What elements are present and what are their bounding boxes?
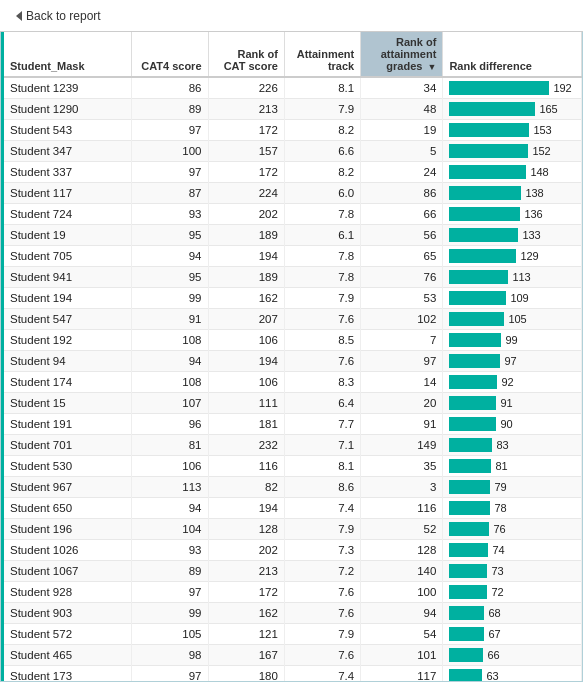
table-container: Student_Mask CAT4 score Rank of CAT scor… (0, 32, 583, 682)
cell-cat4: 95 (132, 267, 208, 288)
cell-student: Student 1290 (3, 99, 132, 120)
rank-diff-bar (449, 186, 521, 200)
rank-diff-value: 67 (488, 628, 500, 640)
data-table: Student_Mask CAT4 score Rank of CAT scor… (1, 32, 582, 682)
th-student[interactable]: Student_Mask (3, 32, 132, 77)
cell-rank-attain: 52 (361, 519, 443, 540)
rank-diff-value: 136 (524, 208, 542, 220)
cell-attain: 8.1 (284, 77, 360, 99)
cell-student: Student 547 (3, 309, 132, 330)
rank-diff-bar (449, 81, 549, 95)
cell-student: Student 191 (3, 414, 132, 435)
bar-cell: 68 (449, 606, 575, 620)
cell-rank-attain: 102 (361, 309, 443, 330)
rank-diff-value: 68 (488, 607, 500, 619)
rank-diff-value: 79 (494, 481, 506, 493)
cell-cat4: 89 (132, 561, 208, 582)
cell-student: Student 196 (3, 519, 132, 540)
cell-cat4: 94 (132, 351, 208, 372)
rank-diff-bar (449, 438, 492, 452)
table-row: Student 465981677.610166 (3, 645, 582, 666)
cell-cat4: 87 (132, 183, 208, 204)
cell-rank-cat: 226 (208, 77, 284, 99)
cell-rank-attain: 54 (361, 624, 443, 645)
cell-rank-attain: 14 (361, 372, 443, 393)
rank-diff-bar (449, 543, 488, 557)
cell-rank-diff: 133 (443, 225, 582, 246)
cell-attain: 7.3 (284, 540, 360, 561)
cell-student: Student 347 (3, 141, 132, 162)
rank-diff-bar (449, 102, 535, 116)
table-row: Student 5721051217.95467 (3, 624, 582, 645)
cell-rank-diff: 105 (443, 309, 582, 330)
rank-diff-value: 83 (496, 439, 508, 451)
cell-attain: 8.5 (284, 330, 360, 351)
cell-rank-diff: 74 (443, 540, 582, 561)
th-rank-diff[interactable]: Rank difference (443, 32, 582, 77)
cell-student: Student 337 (3, 162, 132, 183)
rank-diff-value: 63 (486, 670, 498, 682)
bar-cell: 113 (449, 270, 575, 284)
cell-rank-diff: 129 (443, 246, 582, 267)
cell-rank-attain: 24 (361, 162, 443, 183)
cell-rank-attain: 100 (361, 582, 443, 603)
cell-cat4: 108 (132, 330, 208, 351)
table-row: Student 928971727.610072 (3, 582, 582, 603)
bar-cell: 133 (449, 228, 575, 242)
cell-attain: 7.4 (284, 498, 360, 519)
th-rank-attain[interactable]: Rank of attainment grades ▼ (361, 32, 443, 77)
table-row: Student 547912077.6102105 (3, 309, 582, 330)
bar-cell: 165 (449, 102, 575, 116)
cell-attain: 8.6 (284, 477, 360, 498)
rank-diff-bar (449, 396, 496, 410)
rank-diff-bar (449, 333, 501, 347)
cell-student: Student 94 (3, 351, 132, 372)
cell-cat4: 99 (132, 603, 208, 624)
cell-rank-diff: 99 (443, 330, 582, 351)
rank-diff-bar (449, 144, 528, 158)
cell-student: Student 192 (3, 330, 132, 351)
cell-student: Student 174 (3, 372, 132, 393)
rank-diff-bar (449, 291, 506, 305)
cell-rank-diff: 79 (443, 477, 582, 498)
bar-cell: 92 (449, 375, 575, 389)
table-row: Student 1239862268.134192 (3, 77, 582, 99)
cell-cat4: 94 (132, 246, 208, 267)
cell-attain: 7.9 (284, 99, 360, 120)
cell-cat4: 96 (132, 414, 208, 435)
cell-student: Student 724 (3, 204, 132, 225)
cell-rank-diff: 138 (443, 183, 582, 204)
rank-diff-bar (449, 270, 508, 284)
rank-diff-value: 91 (500, 397, 512, 409)
cell-rank-attain: 35 (361, 456, 443, 477)
cell-rank-diff: 83 (443, 435, 582, 456)
cell-attain: 8.2 (284, 120, 360, 141)
cell-rank-diff: 81 (443, 456, 582, 477)
cell-cat4: 100 (132, 141, 208, 162)
cell-attain: 8.2 (284, 162, 360, 183)
bar-cell: 83 (449, 438, 575, 452)
bar-cell: 81 (449, 459, 575, 473)
th-cat4[interactable]: CAT4 score (132, 32, 208, 77)
rank-diff-value: 129 (520, 250, 538, 262)
cell-rank-attain: 34 (361, 77, 443, 99)
rank-diff-bar (449, 207, 520, 221)
rank-diff-bar (449, 669, 482, 682)
bar-cell: 90 (449, 417, 575, 431)
back-button[interactable]: Back to report (8, 5, 109, 27)
bar-cell: 91 (449, 396, 575, 410)
cell-student: Student 543 (3, 120, 132, 141)
table-row: Student 705941947.865129 (3, 246, 582, 267)
th-rank-cat[interactable]: Rank of CAT score (208, 32, 284, 77)
cell-student: Student 19 (3, 225, 132, 246)
cell-cat4: 113 (132, 477, 208, 498)
cell-student: Student 572 (3, 624, 132, 645)
table-row: Student 5301061168.13581 (3, 456, 582, 477)
bar-cell: 192 (449, 81, 575, 95)
cell-student: Student 967 (3, 477, 132, 498)
rank-diff-value: 66 (487, 649, 499, 661)
table-row: Student 3471001576.65152 (3, 141, 582, 162)
cell-rank-cat: 181 (208, 414, 284, 435)
th-attain[interactable]: Attainment track (284, 32, 360, 77)
rank-diff-bar (449, 648, 483, 662)
